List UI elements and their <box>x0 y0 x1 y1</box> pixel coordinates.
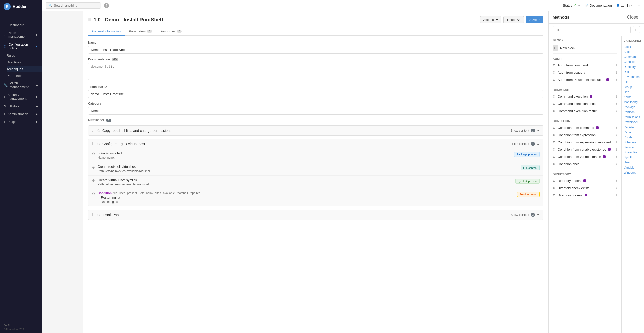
methods-panel: Methods Close ⊞ Block ⬡ New block Audit <box>548 11 644 333</box>
admin-button[interactable]: 👤 admin ▼ <box>616 4 633 7</box>
method-block-2-toggle[interactable]: Show content 3 ▼ <box>511 213 540 217</box>
method-entry-directory-present[interactable]: ⚙ Directory present ℹ <box>551 192 619 199</box>
method-item-2: ⚙ Create Virtual Host symlink Path: /etc… <box>88 176 543 189</box>
cat-item-rudder[interactable]: Rudder <box>622 135 644 140</box>
cat-item-audit[interactable]: Audit <box>622 49 644 54</box>
documentation-textarea[interactable] <box>88 63 543 80</box>
cat-item-condition[interactable]: Condition <box>622 59 644 64</box>
method-entry-audit-powershell[interactable]: ⚙ Audit from Powershell execution ℹ <box>551 76 619 84</box>
sidebar-item-administration[interactable]: + Administration ▶ <box>0 110 42 118</box>
gear-audit-osquery-icon: ⚙ <box>553 71 556 74</box>
method-entry-condition-once[interactable]: ⚙ Condition once ℹ <box>551 160 619 168</box>
cat-item-group[interactable]: Group <box>622 85 644 90</box>
sidebar-item-dashboard[interactable]: ⊞ Dashboard <box>0 21 42 29</box>
filter-settings-icon: ⊞ <box>635 28 638 32</box>
drag-handle-0[interactable]: ⠿ <box>92 128 95 133</box>
gear-icon-0[interactable]: ⚙ <box>92 151 95 156</box>
cat-item-environment[interactable]: Environment <box>622 74 644 79</box>
status-badge[interactable]: Status ✓ ▼ <box>563 3 581 8</box>
new-block-entry[interactable]: ⬡ New block <box>551 43 619 52</box>
status-dropdown-icon[interactable]: ▼ <box>577 4 581 7</box>
cat-item-kernel[interactable]: Kernel <box>622 95 644 100</box>
info-audit-powershell-icon: ℹ <box>616 78 617 82</box>
method-block-0-toggle[interactable]: Show content 3 ▼ <box>511 129 540 132</box>
method-entry-directory-absent[interactable]: ⚙ Directory absent ℹ <box>551 177 619 184</box>
cat-item-permissions[interactable]: Permissions <box>622 115 644 120</box>
sidebar-item-node-management[interactable]: ⬡ Node management ▶ <box>0 29 42 40</box>
drag-handle-1[interactable]: ⠿ <box>92 141 95 146</box>
editor-sidebar-toggle[interactable]: ☰ <box>88 18 91 22</box>
method-block-1-toggle[interactable]: Hide content 4 ▲ <box>512 142 540 146</box>
cat-item-windows[interactable]: Windows <box>622 170 644 175</box>
drag-handle-2[interactable]: ⠿ <box>92 212 95 217</box>
method-entry-condition-from-expression[interactable]: ⚙ Condition from expression ℹ <box>551 131 619 139</box>
method-entry-command-execution[interactable]: ⚙ Command execution ℹ <box>551 93 619 100</box>
sidebar-item-plugins[interactable]: + Plugins ▶ <box>0 118 42 126</box>
sidebar-item-utilities[interactable]: ⚒ Utilities ▶ <box>0 102 42 110</box>
tab-resources[interactable]: Resources 0 <box>156 27 186 36</box>
cat-item-file[interactable]: File <box>622 79 644 85</box>
method-entry-command-execution-once[interactable]: ⚙ Command execution once ℹ <box>551 100 619 107</box>
block-drag-icon-2: ⬡ <box>97 213 100 217</box>
method-entry-condition-from-variable-existence[interactable]: ⚙ Condition from variable existence ℹ <box>551 146 619 153</box>
sidebar-item-patch-management[interactable]: 🔧 Patch management ▶ <box>0 79 42 91</box>
sidebar-item-security-management[interactable]: + Security management ▶ <box>0 91 42 102</box>
info-cmd-result-icon: ℹ <box>616 109 617 113</box>
cat-item-http[interactable]: Http <box>622 90 644 95</box>
sidebar-hamburger[interactable]: ☰ <box>0 13 42 21</box>
save-button[interactable]: Save ↑ <box>526 16 543 23</box>
cat-item-powershell[interactable]: Powershell <box>622 120 644 125</box>
cat-item-registry[interactable]: Registry <box>622 125 644 130</box>
admin-chevron-icon: ▼ <box>631 4 633 7</box>
tab-general-information[interactable]: General information <box>88 27 125 36</box>
external-link-icon[interactable]: ⇗ <box>637 4 640 7</box>
search-input[interactable] <box>54 4 92 7</box>
method-block-1-header[interactable]: ⠿ ⬡ Configure nginx virtual host Hide co… <box>88 139 543 149</box>
method-entry-condition-from-expression-persistent[interactable]: ⚙ Condition from expression persistent ℹ <box>551 139 619 146</box>
cat-item-package[interactable]: Package <box>622 105 644 110</box>
gear-icon-3[interactable]: ⚙ <box>92 191 95 196</box>
search-box[interactable]: 🔍 <box>46 2 101 9</box>
cat-item-sysctl[interactable]: Sysctl <box>622 155 644 160</box>
cat-item-user[interactable]: User <box>622 160 644 165</box>
cat-item-service[interactable]: Service <box>622 145 644 150</box>
cat-item-block[interactable]: Block <box>622 44 644 49</box>
reset-button[interactable]: Reset ↺ <box>503 16 524 23</box>
method-entry-condition-from-command[interactable]: ⚙ Condition from command ℹ <box>551 124 619 131</box>
cat-item-monitoring[interactable]: Monitoring <box>622 100 644 105</box>
cat-item-sharedfile[interactable]: Sharedfile <box>622 150 644 155</box>
purple-badge-dir-absent <box>583 179 586 182</box>
cat-item-directory[interactable]: Directory <box>622 64 644 69</box>
category-input[interactable] <box>88 107 543 115</box>
cat-item-report[interactable]: Report <box>622 130 644 135</box>
methods-panel-close-button[interactable]: Close <box>625 14 640 20</box>
method-entry-condition-from-variable-match[interactable]: ⚙ Condition from variable match ℹ <box>551 153 619 160</box>
info-cmd-once-icon: ℹ <box>616 102 617 106</box>
gear-icon-1[interactable]: ⚙ <box>92 165 95 169</box>
technique-id-input[interactable] <box>88 90 543 98</box>
sidebar-item-rules[interactable]: Rules <box>7 52 42 59</box>
cat-item-variable[interactable]: Variable <box>622 165 644 170</box>
method-block-2-header[interactable]: ⠿ ⬡ Install Php Show content 3 ▼ <box>88 210 543 220</box>
cat-item-schedule[interactable]: Schedule <box>622 140 644 145</box>
help-icon[interactable]: ? <box>104 3 109 8</box>
sidebar-item-directives[interactable]: Directives <box>7 59 42 66</box>
cat-item-partition[interactable]: Partition <box>622 110 644 115</box>
gear-icon-2[interactable]: ⚙ <box>92 178 95 183</box>
actions-button[interactable]: Actions ▼ <box>480 16 501 23</box>
name-input[interactable] <box>88 46 543 54</box>
method-entry-audit-from-osquery[interactable]: ⚙ Audit from osquery ℹ <box>551 69 619 76</box>
documentation-link[interactable]: 📄 Documentation <box>585 4 612 7</box>
tab-parameters[interactable]: Parameters 0 <box>125 27 156 36</box>
method-entry-command-execution-result[interactable]: ⚙ Command execution result ℹ <box>551 107 619 115</box>
method-entry-audit-from-command[interactable]: ⚙ Audit from command ℹ <box>551 62 619 69</box>
sidebar-item-techniques[interactable]: Techniques <box>7 66 42 72</box>
method-entry-directory-check-exists[interactable]: ⚙ Directory check exists ℹ <box>551 184 619 192</box>
methods-filter-settings-button[interactable]: ⊞ <box>633 26 640 33</box>
cat-item-dsc[interactable]: Dsc <box>622 69 644 74</box>
sidebar-item-parameters[interactable]: Parameters <box>7 72 42 79</box>
method-block-0-header[interactable]: ⠿ ⬡ Copy rootshell files and change perm… <box>88 126 543 135</box>
methods-filter-input[interactable] <box>553 26 631 33</box>
sidebar-item-configuration-policy[interactable]: ⚙ Configuration policy ▼ <box>0 40 42 52</box>
cat-item-command[interactable]: Command <box>622 54 644 59</box>
